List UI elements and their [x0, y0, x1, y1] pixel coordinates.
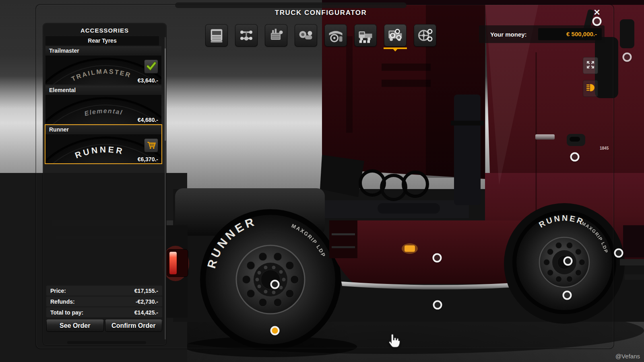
check-icon — [145, 60, 157, 74]
tyre-option-list: Trailmaster TRAILMASTER €3,640.- — [45, 46, 161, 165]
category-tab-interior[interactable] — [324, 24, 347, 47]
order-summary: Price: €17,155.- Refunds: -€2,730.- Tota… — [46, 286, 162, 318]
summary-label: Total to pay: — [50, 309, 83, 316]
category-tab-bar — [205, 24, 436, 47]
category-tab-wheel-accessories[interactable] — [414, 24, 436, 47]
order-buttons: See Order Confirm Order — [46, 319, 162, 332]
cart-icon — [145, 139, 157, 152]
money-label: Your money: — [490, 31, 527, 38]
accessories-panel: ACCESSORIES Rear Tyres Trailmaster TRAIL… — [43, 23, 166, 345]
panel-bottom-notch — [67, 341, 146, 344]
item-preview: Elemental €4,680.- — [45, 95, 161, 124]
fullscreen-icon — [585, 60, 596, 72]
summary-row-price: Price: €17,155.- — [46, 286, 162, 296]
part-hotspot-rear-wheel[interactable] — [270, 280, 280, 289]
part-hotspot-mirror-right[interactable] — [623, 53, 632, 62]
confirm-order-button[interactable]: Confirm Order — [105, 319, 163, 332]
category-tab-engine[interactable] — [265, 24, 287, 47]
category-tab-exterior-accessories[interactable] — [384, 24, 407, 47]
part-hotspot-step[interactable] — [614, 249, 623, 258]
list-item-trailmaster[interactable]: Trailmaster TRAILMASTER €3,640.- — [45, 46, 161, 84]
hand-cursor — [387, 333, 401, 351]
summary-value: €14,425.- — [134, 309, 158, 316]
item-preview: TRAILMASTER €3,640.- — [45, 56, 161, 84]
panel-title: ACCESSORIES — [43, 23, 166, 34]
headlight-toggle-button[interactable] — [583, 80, 598, 97]
category-tab-transmission[interactable] — [295, 24, 317, 47]
watermark: @Vefans — [615, 353, 640, 360]
money-panel: Your money: € 500,000.- — [479, 25, 605, 43]
summary-label: Refunds: — [50, 298, 75, 305]
selected-tab-pointer — [392, 48, 398, 55]
item-price: €4,680.- — [138, 117, 158, 123]
item-price: €6,370.- — [138, 156, 158, 162]
fullscreen-button[interactable] — [583, 57, 598, 74]
part-hotspot-rear-tyre-selected[interactable] — [270, 326, 280, 335]
list-item-elemental[interactable]: Elemental Elemental €4,680.- — [45, 86, 161, 124]
summary-row-refunds: Refunds: -€2,730.- — [46, 296, 162, 306]
window-top-tab — [175, 2, 407, 8]
headlight-icon — [585, 82, 596, 95]
item-name: Trailmaster — [45, 46, 161, 56]
page-title: TRUCK CONFIGURATOR — [240, 9, 401, 17]
item-price: €3,640.- — [138, 77, 158, 84]
category-tab-cabin[interactable] — [205, 24, 228, 47]
model-badge-text: 1845 — [600, 146, 609, 150]
see-order-button[interactable]: See Order — [46, 319, 104, 332]
part-hotspot-sideskirt[interactable] — [433, 253, 442, 263]
panel-subtitle: Rear Tyres — [45, 36, 159, 45]
part-hotspot-front-wheel[interactable] — [564, 257, 573, 266]
part-hotspot-mirror-top[interactable] — [592, 17, 602, 26]
summary-value: -€2,730.- — [136, 298, 158, 305]
money-value: € 500,000.- — [538, 28, 602, 40]
installed-state-button[interactable] — [144, 60, 158, 74]
category-tab-exterior[interactable] — [354, 24, 377, 47]
category-tab-chassis[interactable] — [235, 24, 258, 47]
summary-label: Price: — [50, 288, 66, 294]
summary-value: €17,155.- — [134, 288, 158, 294]
item-preview: RUNNER €6,370.- — [45, 134, 161, 163]
part-hotspot-front-tyre-bottom[interactable] — [563, 291, 572, 300]
list-item-runner[interactable]: Runner RUNNER €6,37 — [45, 125, 161, 163]
item-name: Elemental — [45, 86, 161, 95]
part-hotspot-skirt-lower[interactable] — [433, 300, 442, 310]
item-name: Runner — [45, 125, 161, 134]
summary-row-total: Total to pay: €14,425.- — [46, 307, 162, 317]
cart-state-button[interactable] — [144, 138, 158, 152]
part-hotspot-door[interactable] — [570, 152, 580, 162]
panel-scrollbar-thumb[interactable] — [165, 48, 166, 141]
